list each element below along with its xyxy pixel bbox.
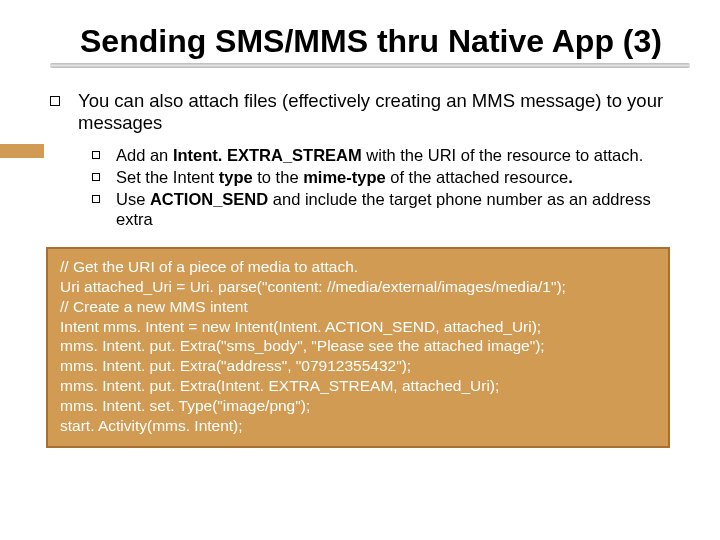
text-fragment: with the URI of the resource to attach. xyxy=(362,146,644,164)
square-bullet-icon xyxy=(92,195,100,203)
code-line: // Create a new MMS intent xyxy=(60,297,656,317)
sub-text-1: Add an Intent. EXTRA_STREAM with the URI… xyxy=(116,145,643,165)
code-line: mms. Intent. put. Extra("address", "0791… xyxy=(60,356,656,376)
sub-bullet-1: Add an Intent. EXTRA_STREAM with the URI… xyxy=(92,145,680,165)
bold-fragment: type xyxy=(219,168,253,186)
content-area: You can also attach files (effectively c… xyxy=(50,90,680,447)
bullet-level1: You can also attach files (effectively c… xyxy=(50,90,680,134)
accent-bar xyxy=(0,144,44,158)
square-bullet-icon xyxy=(92,173,100,181)
text-fragment: of the attached resource xyxy=(386,168,569,186)
square-bullet-icon xyxy=(50,96,60,106)
bold-fragment: Intent. EXTRA_STREAM xyxy=(173,146,362,164)
main-point-text: You can also attach files (effectively c… xyxy=(78,90,680,134)
sub-bullet-2: Set the Intent type to the mime-type of … xyxy=(92,167,680,187)
text-fragment: Use xyxy=(116,190,150,208)
sub-text-3: Use ACTION_SEND and include the target p… xyxy=(116,189,680,229)
code-line: Uri attached_Uri = Uri. parse("content: … xyxy=(60,277,656,297)
title-block: Sending SMS/MMS thru Native App (3) xyxy=(80,24,680,59)
text-fragment: to the xyxy=(253,168,303,186)
bold-fragment: . xyxy=(568,168,573,186)
slide: Sending SMS/MMS thru Native App (3) You … xyxy=(0,0,720,540)
code-line: // Get the URI of a piece of media to at… xyxy=(60,257,656,277)
code-block: // Get the URI of a piece of media to at… xyxy=(46,247,670,447)
bold-fragment: mime-type xyxy=(303,168,386,186)
code-line: mms. Intent. set. Type("image/png"); xyxy=(60,396,656,416)
sub-text-2: Set the Intent type to the mime-type of … xyxy=(116,167,573,187)
code-line: mms. Intent. put. Extra(Intent. EXTRA_ST… xyxy=(60,376,656,396)
sub-bullets: Add an Intent. EXTRA_STREAM with the URI… xyxy=(92,145,680,230)
text-fragment: Add an xyxy=(116,146,173,164)
sub-bullet-3: Use ACTION_SEND and include the target p… xyxy=(92,189,680,229)
text-fragment: Set the Intent xyxy=(116,168,219,186)
code-line: mms. Intent. put. Extra("sms_body", "Ple… xyxy=(60,336,656,356)
bold-fragment: ACTION_SEND xyxy=(150,190,268,208)
code-line: start. Activity(mms. Intent); xyxy=(60,416,656,436)
slide-title: Sending SMS/MMS thru Native App (3) xyxy=(80,24,680,59)
title-underline xyxy=(50,63,690,68)
code-line: Intent mms. Intent = new Intent(Intent. … xyxy=(60,317,656,337)
square-bullet-icon xyxy=(92,151,100,159)
